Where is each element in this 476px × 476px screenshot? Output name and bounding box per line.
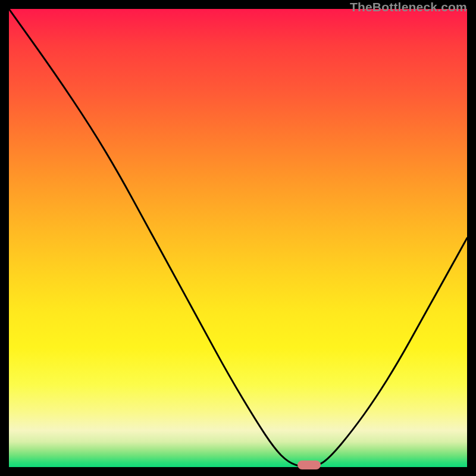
bottleneck-chart: TheBottleneck.com (0, 0, 476, 476)
bottleneck-curve (9, 9, 467, 467)
watermark-text: TheBottleneck.com (350, 0, 467, 14)
optimum-marker (298, 461, 321, 469)
curve-layer (9, 9, 467, 467)
